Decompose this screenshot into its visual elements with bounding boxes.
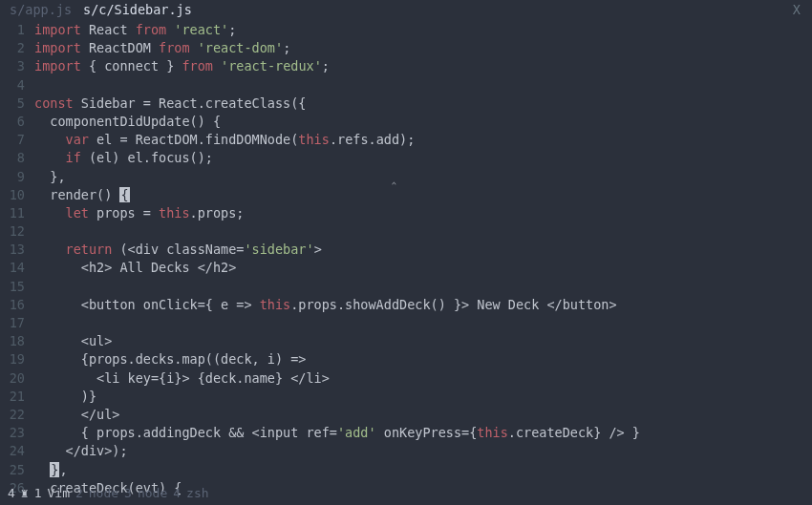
pane-1-name[interactable]: Vim (47, 485, 69, 502)
line-number: 9 (0, 168, 25, 186)
code-line[interactable]: import ReactDOM from 'react-dom'; (34, 39, 812, 57)
code-token (213, 58, 221, 74)
code-line[interactable]: let props = this.props; (34, 204, 812, 222)
code-token: <li key={i}> {deck.name} </li> (34, 370, 330, 386)
code-line[interactable]: return (<div className='sidebar'> (34, 241, 812, 259)
line-number: 7 (0, 131, 25, 149)
line-number: 1 (0, 21, 25, 39)
code-line[interactable]: var el = ReactDOM.findDOMNode(this.refs.… (34, 131, 812, 149)
code-token: el = ReactDOM.findDOMNode( (89, 132, 298, 147)
code-token: </ul> (34, 407, 119, 422)
code-token (34, 205, 66, 221)
line-number: 16 (0, 296, 25, 314)
line-number: 24 (0, 442, 25, 460)
line-number-gutter: 1234567891011121314151617181920212223242… (0, 21, 29, 482)
code-token (34, 242, 66, 257)
code-token: .props.showAddDeck() }> New Deck </butto… (290, 297, 616, 312)
code-token: this (477, 425, 508, 440)
code-area[interactable]: import React from 'react';import ReactDO… (29, 21, 812, 482)
code-token: React (81, 22, 136, 37)
code-line[interactable] (34, 222, 812, 241)
line-number: 5 (0, 95, 25, 113)
code-line[interactable] (34, 278, 812, 296)
code-line[interactable]: <li key={i}> {deck.name} </li> (34, 369, 812, 388)
line-number: 23 (0, 424, 25, 442)
code-line[interactable]: const Sidebar = React.createClass({ (34, 95, 812, 113)
code-line[interactable]: { props.addingDeck && <input ref='add' o… (34, 424, 812, 442)
line-number: 6 (0, 113, 25, 131)
code-line[interactable]: }, (34, 461, 812, 479)
code-token: (<div className= (112, 242, 244, 257)
tab-bar: s/app.js s/c/Sidebar.js X (0, 0, 812, 19)
code-token: let (66, 205, 89, 221)
code-line[interactable]: )} (34, 388, 812, 406)
status-window-count: 4 (8, 485, 15, 502)
code-line[interactable]: if (el) el.focus(); (34, 149, 812, 167)
pane-1-index[interactable]: 1 (34, 485, 42, 502)
code-token: this (298, 132, 330, 147)
code-line[interactable]: render() { (34, 186, 812, 204)
code-token: <ul> (34, 333, 112, 348)
line-number: 17 (0, 314, 25, 332)
pane-3-index[interactable]: 3 (124, 485, 132, 502)
line-number: 8 (0, 149, 25, 167)
code-line[interactable]: <ul> (34, 332, 812, 350)
code-token: ; (228, 22, 236, 37)
code-line[interactable]: {props.decks.map((deck, i) => (34, 350, 812, 368)
line-number: 2 (0, 39, 25, 57)
code-token: 'react' (174, 22, 228, 37)
code-line[interactable]: }, ‸ (34, 168, 812, 186)
code-token: const (34, 95, 74, 111)
code-line[interactable]: <button onClick={ e => this.props.showAd… (34, 296, 812, 314)
code-token: <button onClick={ e => (34, 297, 260, 312)
close-icon[interactable]: X (793, 1, 808, 19)
tab-sidebar-js[interactable]: s/c/Sidebar.js (77, 1, 198, 19)
code-token: ReactDOM (81, 40, 159, 55)
line-number: 21 (0, 388, 25, 406)
block-cursor: } (50, 462, 59, 477)
code-token: onKeyPress={ (376, 425, 478, 440)
pane-3-name[interactable]: node (138, 485, 167, 502)
line-number: 15 (0, 278, 25, 296)
code-token: this (159, 205, 190, 221)
code-token: { props.addingDeck && <input ref= (34, 425, 337, 440)
tab-app-js[interactable]: s/app.js (4, 1, 77, 19)
line-number: 11 (0, 204, 25, 222)
pane-2-name[interactable]: node (89, 485, 118, 502)
block-cursor: { (119, 187, 129, 202)
code-line[interactable]: componentDidUpdate() { (34, 113, 812, 131)
line-number: 13 (0, 241, 25, 259)
code-token: > (314, 242, 322, 257)
code-token: Sidebar = React.createClass({ (74, 95, 307, 111)
rook-icon: ♜ (21, 485, 29, 502)
line-number: 14 (0, 259, 25, 277)
code-line[interactable]: import React from 'react'; (34, 21, 812, 39)
pane-2-index[interactable]: 2 (75, 485, 83, 502)
code-line[interactable]: </ul> (34, 406, 812, 424)
text-cursor-icon: ‸ (392, 169, 396, 184)
pane-4-index[interactable]: 4 (173, 485, 181, 502)
code-token: { connect } (81, 58, 182, 74)
code-token (34, 132, 66, 147)
code-line[interactable]: import { connect } from 'react-redux'; (34, 57, 812, 75)
code-token: return (66, 242, 113, 257)
code-line[interactable]: </div>); (34, 442, 812, 460)
code-token: 'add' (337, 425, 376, 440)
code-line[interactable] (34, 314, 812, 332)
line-number: 18 (0, 332, 25, 350)
code-token: 'react-dom' (198, 40, 283, 55)
code-line[interactable] (34, 76, 812, 95)
line-number: 3 (0, 57, 25, 75)
code-line[interactable]: <h2> All Decks </h2> (34, 259, 812, 277)
code-token: 'react-redux' (221, 58, 322, 74)
code-token: render() (34, 187, 119, 202)
pane-4-name[interactable]: zsh (186, 485, 208, 502)
code-token: (el) el.focus(); (81, 150, 213, 165)
code-token (34, 462, 50, 477)
line-number: 4 (0, 76, 25, 95)
code-token: from (159, 40, 190, 55)
editor-pane[interactable]: 1234567891011121314151617181920212223242… (0, 19, 812, 482)
code-token: ; (322, 58, 330, 74)
code-token: import (34, 40, 81, 55)
code-token: from (136, 22, 167, 37)
